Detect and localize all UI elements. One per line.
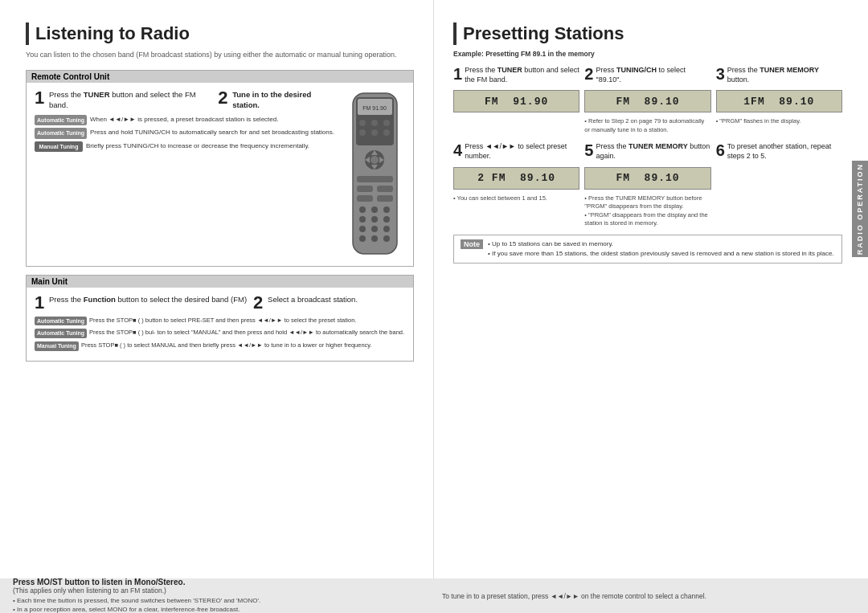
svg-point-26 <box>383 216 390 223</box>
preset-step-5-text: Press the TUNER MEMORY button again. <box>596 142 710 161</box>
left-subtitle: You can listen to the chosen band (FM br… <box>26 50 414 60</box>
radio-sidebar-text: RADIO OPERATION <box>856 163 864 255</box>
title-bar-left <box>26 22 29 45</box>
preset-step-4-text: Press ◄◄/►► to select preset number. <box>465 142 579 161</box>
main-tuning-text-1: Press the STOP■ ( ) button to select PRE… <box>89 317 356 325</box>
preset-steps-top: 1 Press the TUNER button and select the … <box>453 66 842 134</box>
preset-step-6-num: 6 <box>716 142 725 158</box>
title-bar-right <box>453 22 457 45</box>
example-note: Example: Presetting FM 89.1 in the memor… <box>453 50 842 58</box>
right-page: RADIO OPERATION Presetting Stations Exam… <box>434 0 868 578</box>
main-unit-steps-row: 1 Press the Function button to select th… <box>35 294 405 312</box>
main-unit-tuning-row-2: Automatic Tuning Press the STOP■ ( ) bul… <box>35 329 405 338</box>
preset-step-3: 3 Press the TUNER MEMORY button. 1FM 89.… <box>716 66 842 134</box>
bottom-note-left: Press MO/ST button to listen in Mono/Ste… <box>13 578 426 613</box>
main-unit-step2-number: 2 <box>253 294 264 312</box>
bottom-left-bullets: • Each time the button is pressed, the s… <box>13 596 426 613</box>
left-page: Listening to Radio You can listen to the… <box>0 0 434 578</box>
svg-rect-18 <box>377 186 393 192</box>
tuning-text-1: When ◄◄/►► is pressed, a preset broadcas… <box>90 115 278 125</box>
auto-tuning-badge-1: Automatic Tuning <box>35 115 87 125</box>
remote-text-area: 1 Press the TUNER button and select the … <box>35 89 337 260</box>
auto-tuning-badge-2: Automatic Tuning <box>35 128 87 138</box>
step-5-note: • Press the TUNER MEMORY button before "… <box>584 194 710 228</box>
preset-step-3-header: 3 Press the TUNER MEMORY button. <box>716 66 842 84</box>
svg-point-22 <box>371 206 378 213</box>
note-box: Note • Up to 15 stations can be saved in… <box>453 235 842 264</box>
svg-point-15 <box>371 156 379 164</box>
step-4-note: • You can select between 1 and 15. <box>453 194 579 203</box>
main-unit-step2: 2 Select a broadcast station. <box>253 294 358 312</box>
main-unit-step1-content: Press the Function button to select the … <box>49 294 247 304</box>
svg-rect-20 <box>377 195 393 202</box>
preset-step-4-num: 4 <box>453 142 462 158</box>
tuning-row-2: Automatic Tuning Press and hold TUNING/C… <box>35 128 337 138</box>
svg-rect-19 <box>357 195 373 202</box>
step-3-note: • "PRGM" flashes in the display. <box>716 117 842 126</box>
preset-step-1: 1 Press the TUNER button and select the … <box>453 66 579 134</box>
main-unit-step2-content: Select a broadcast station. <box>268 294 358 304</box>
bottom-note-right: To tune in to a preset station, press ◄◄… <box>442 592 855 600</box>
preset-step-2-header: 2 Press TUNING/CH to select "89.10". <box>584 66 710 84</box>
remote-control-unit-label: Remote Control Unit <box>27 71 413 83</box>
svg-point-23 <box>383 206 390 213</box>
svg-point-9 <box>383 129 390 136</box>
left-title: Listening to Radio <box>26 22 414 45</box>
svg-rect-17 <box>357 186 373 192</box>
remote-area: 1 Press the TUNER button and select the … <box>35 89 405 260</box>
svg-rect-16 <box>357 176 393 182</box>
remote-tuning-labels: Automatic Tuning When ◄◄/►► is pressed, … <box>35 115 337 152</box>
radio-operation-sidebar: RADIO OPERATION <box>852 161 868 257</box>
preset-step-5-num: 5 <box>584 142 593 158</box>
main-tuning-text-3: Press STOP■ ( ) to select MANUAL and the… <box>81 341 372 350</box>
svg-point-4 <box>359 120 366 126</box>
preset-step-5: 5 Press the TUNER MEMORY button again. F… <box>584 142 710 227</box>
preset-step-6-text: To preset another station, repeat steps … <box>727 142 842 161</box>
main-unit-content: 1 Press the Function button to select th… <box>35 294 405 354</box>
svg-point-6 <box>383 120 390 126</box>
main-unit-label: Main Unit <box>27 276 413 288</box>
svg-point-27 <box>359 226 366 232</box>
tuning-text-2: Press and hold TUNING/CH to automaticall… <box>90 128 334 138</box>
lcd-display-4: 2 FM 89.10 <box>453 167 579 190</box>
main-manual-badge: Manual Tuning <box>35 341 79 351</box>
step-2-note: • Refer to Step 2 on page 79 to automati… <box>584 117 710 134</box>
preset-step-2-num: 2 <box>584 66 593 82</box>
preset-step-6: 6 To preset another station, repeat step… <box>716 142 842 227</box>
main-unit-steps: 1 Press the Function button to select th… <box>35 294 405 354</box>
bottom-right-text: To tune in to a preset station, press ◄◄… <box>442 592 855 600</box>
remote-control-image: FM 91.90 <box>345 89 405 260</box>
remote-step1-bold: TUNER <box>84 90 110 99</box>
bottom-left-sub: (This applies only when listening to an … <box>13 586 426 595</box>
note-label: Note <box>461 239 483 249</box>
preset-step-3-num: 3 <box>716 66 725 82</box>
lcd-display-1: FM 91.90 <box>453 90 579 112</box>
main-tuning-text-2: Press the STOP■ ( ) bul- ton to select "… <box>89 329 404 337</box>
remote-step1-content: Press the TUNER button and select the FM… <box>49 89 211 111</box>
preset-step-3-text: Press the TUNER MEMORY button. <box>727 66 842 84</box>
remote-step1-number: 1 <box>35 89 46 107</box>
main-auto-badge-1: Automatic Tuning <box>35 317 87 326</box>
preset-steps-bottom: 4 Press ◄◄/►► to select preset number. 2… <box>453 142 842 227</box>
main-auto-badge-2: Automatic Tuning <box>35 329 87 338</box>
remote-steps-row: 1 Press the TUNER button and select the … <box>35 89 337 111</box>
svg-point-30 <box>359 235 366 242</box>
preset-step-2: 2 Press TUNING/CH to select "89.10". FM … <box>584 66 710 134</box>
preset-step-1-header: 1 Press the TUNER button and select the … <box>453 66 579 84</box>
main-unit-step1-bold: Function <box>84 295 116 304</box>
preset-step-1-text: Press the TUNER button and select the FM… <box>465 66 579 84</box>
main-unit-step1-number: 1 <box>35 294 46 312</box>
svg-point-31 <box>371 235 378 242</box>
main-unit-step1: 1 Press the Function button to select th… <box>35 294 247 312</box>
preset-step-6-header: 6 To preset another station, repeat step… <box>716 142 842 161</box>
bottom-note-area: Press MO/ST button to listen in Mono/Ste… <box>0 578 868 613</box>
svg-text:FM 91.90: FM 91.90 <box>362 105 387 111</box>
main-unit-tuning-row-3: Manual Tuning Press STOP■ ( ) to select … <box>35 341 405 351</box>
tuning-row-3: Manual Tuning Briefly press TUNING/CH to… <box>35 141 337 152</box>
preset-step-4-header: 4 Press ◄◄/►► to select preset number. <box>453 142 579 161</box>
svg-point-7 <box>359 129 366 136</box>
right-page-title: Presetting Stations <box>463 23 624 44</box>
tuning-row-1: Automatic Tuning When ◄◄/►► is pressed, … <box>35 115 337 125</box>
preset-step-4: 4 Press ◄◄/►► to select preset number. 2… <box>453 142 579 227</box>
svg-point-32 <box>383 235 390 242</box>
